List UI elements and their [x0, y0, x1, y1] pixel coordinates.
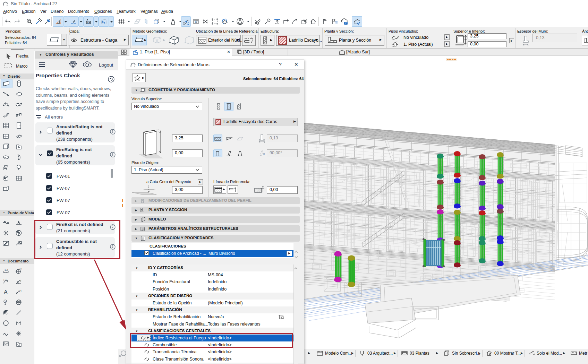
svg-text:A1: A1: [18, 289, 22, 293]
svg-text:1.2: 1.2: [3, 278, 7, 281]
svg-text:XY: XY: [87, 21, 91, 24]
svg-text:1.2: 1.2: [5, 269, 8, 271]
svg-text:A: A: [4, 289, 8, 295]
svg-text:12: 12: [195, 21, 197, 23]
svg-text:α: α: [20, 279, 21, 282]
svg-text:1: 1: [5, 301, 6, 303]
svg-text:1.2: 1.2: [19, 268, 22, 270]
svg-text:α: α: [263, 152, 265, 156]
